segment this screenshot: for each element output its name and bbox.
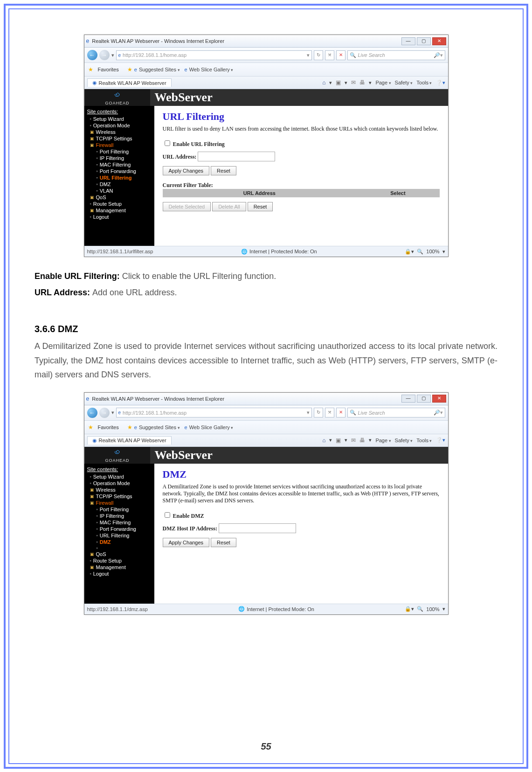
favorites-star-icon[interactable]: ★ (88, 66, 93, 73)
forward-button[interactable]: → (99, 50, 110, 60)
status-zoom[interactable]: 🔒▾ 🔍 100% ▾ (405, 606, 445, 612)
apply-changes-button[interactable]: Apply Changes (163, 538, 210, 547)
help-icon[interactable]: ❔▾ (436, 437, 445, 443)
minimize-button[interactable]: — (401, 37, 415, 45)
sidebar-item-logout[interactable]: ▫Logout (90, 214, 152, 220)
sidebar-item-url-filtering[interactable]: ▫URL Filtering (90, 532, 152, 539)
refresh-button[interactable]: ↻ (314, 50, 323, 60)
sidebar-item-qos[interactable]: ▣QoS (90, 551, 152, 557)
web-slice-link[interactable]: Web Slice Gallery (189, 67, 234, 72)
home-icon[interactable]: ⌂ (322, 79, 325, 86)
address-bar[interactable]: e http://192.168.1.1/home.asp ▾ (116, 50, 312, 60)
sidebar-item-operation-mode[interactable]: ▫Operation Mode (90, 122, 152, 129)
sidebar-item-setup-wizard[interactable]: ▫Setup Wizard (90, 473, 152, 480)
sidebar-item-vlan[interactable]: ▫ (90, 545, 152, 551)
address-bar[interactable]: e http://192.168.1.1/home.asp ▾ (116, 408, 312, 417)
page-menu[interactable]: Page (375, 80, 391, 85)
sidebar-item-tcpip[interactable]: ▣TCP/IP Settings (90, 135, 152, 142)
print-icon[interactable]: 🖶 (359, 437, 365, 444)
help-icon[interactable]: ❔▾ (436, 80, 445, 86)
dmz-host-input[interactable] (219, 523, 296, 533)
web-slice-link[interactable]: Web Slice Gallery (189, 424, 234, 430)
mail-icon[interactable]: ✉ (351, 437, 356, 444)
sidebar-item-qos[interactable]: ▣QoS (90, 194, 152, 201)
minimize-button[interactable]: — (401, 395, 415, 403)
browser-tab[interactable]: ◉ Realtek WLAN AP Webserver (87, 436, 172, 445)
feeds-icon[interactable]: ▣ (336, 79, 341, 86)
url-address-input[interactable] (198, 152, 275, 161)
reset-button[interactable]: Reset (211, 166, 236, 175)
sidebar-item-dmz[interactable]: ▫DMZ (90, 539, 152, 545)
zoom-dd-icon[interactable]: ▾ (442, 249, 445, 255)
protected-mode-icon[interactable]: 🔒▾ (405, 249, 414, 255)
compat-button[interactable]: ⤧ (325, 50, 334, 60)
home-dd-icon[interactable]: ▾ (329, 80, 332, 86)
sidebar-item-dmz[interactable]: ▫DMZ (90, 181, 152, 188)
sidebar-item-management[interactable]: ▣Management (90, 207, 152, 214)
tools-menu[interactable]: Tools (416, 438, 432, 443)
history-dropdown-icon[interactable]: ▾ (111, 52, 114, 58)
apply-changes-button[interactable]: Apply Changes (163, 166, 210, 175)
history-dropdown-icon[interactable]: ▾ (111, 410, 114, 416)
maximize-button[interactable]: ▢ (417, 395, 431, 403)
safety-menu[interactable]: Safety (395, 80, 413, 85)
sidebar-item-mac-filtering[interactable]: ▫MAC Filtering (90, 161, 152, 168)
sidebar-item-port-forwarding[interactable]: ▫Port Forwarding (90, 526, 152, 532)
delete-all-button[interactable]: Delete All (212, 202, 246, 211)
sidebar-item-port-filtering[interactable]: ▫Port Filtering (90, 506, 152, 513)
mail-icon[interactable]: ✉ (351, 79, 356, 86)
search-box[interactable]: 🔍 Live Search 🔎▾ (347, 408, 445, 417)
back-button[interactable]: ← (87, 50, 97, 60)
compat-button[interactable]: ⤧ (325, 408, 334, 417)
search-go-icon[interactable]: 🔎▾ (434, 52, 443, 58)
search-go-icon[interactable]: 🔎▾ (434, 410, 443, 416)
zoom-dd-icon[interactable]: ▾ (442, 606, 445, 612)
feeds-dd-icon[interactable]: ▾ (345, 437, 347, 443)
sidebar-item-wireless[interactable]: ▣Wireless (90, 129, 152, 135)
enable-url-filtering-checkbox[interactable] (165, 140, 170, 146)
feeds-icon[interactable]: ▣ (336, 437, 341, 444)
favorites-star-icon[interactable]: ★ (88, 424, 93, 431)
sidebar-item-route-setup[interactable]: ▫Route Setup (90, 201, 152, 207)
sidebar-item-wireless[interactable]: ▣Wireless (90, 487, 152, 493)
suggested-sites-link[interactable]: Suggested Sites (139, 67, 180, 72)
back-button[interactable]: ← (87, 408, 97, 418)
print-dd-icon[interactable]: ▾ (369, 80, 372, 86)
search-box[interactable]: 🔍 Live Search 🔎▾ (347, 50, 445, 60)
suggested-sites-link[interactable]: Suggested Sites (139, 424, 180, 430)
sidebar-item-port-filtering[interactable]: ▫Port Filtering (90, 148, 152, 155)
close-button[interactable]: ✕ (432, 37, 446, 45)
print-dd-icon[interactable]: ▾ (369, 437, 372, 443)
sidebar-item-mac-filtering[interactable]: ▫MAC Filtering (90, 519, 152, 526)
feeds-dd-icon[interactable]: ▾ (345, 80, 347, 86)
zoom-icon[interactable]: 🔍 (417, 606, 423, 612)
home-dd-icon[interactable]: ▾ (329, 437, 332, 443)
status-zoom[interactable]: 🔒▾ 🔍 100% ▾ (405, 249, 445, 255)
forward-button[interactable]: → (99, 408, 110, 418)
refresh-button[interactable]: ↻ (314, 408, 323, 417)
sidebar-item-url-filtering[interactable]: ▫URL Filtering (90, 174, 152, 181)
zoom-icon[interactable]: 🔍 (417, 249, 423, 255)
delete-selected-button[interactable]: Delete Selected (163, 202, 211, 211)
sidebar-item-firewall[interactable]: ▣Firewall (90, 500, 152, 506)
protected-mode-icon[interactable]: 🔒▾ (405, 606, 414, 612)
sidebar-item-management[interactable]: ▣Management (90, 564, 152, 570)
sidebar-item-vlan[interactable]: ▫VLAN (90, 188, 152, 194)
sidebar-item-route-setup[interactable]: ▫Route Setup (90, 557, 152, 564)
sidebar-item-port-forwarding[interactable]: ▫Port Forwarding (90, 168, 152, 174)
sidebar-item-setup-wizard[interactable]: ▫Setup Wizard (90, 116, 152, 122)
sidebar-item-tcpip[interactable]: ▣TCP/IP Settings (90, 493, 152, 500)
close-button[interactable]: ✕ (432, 395, 446, 403)
stop-button[interactable]: ✕ (336, 408, 345, 417)
stop-button[interactable]: ✕ (336, 50, 345, 60)
address-dropdown-icon[interactable]: ▾ (307, 52, 310, 58)
maximize-button[interactable]: ▢ (417, 37, 431, 45)
reset-table-button[interactable]: Reset (248, 202, 273, 211)
page-menu[interactable]: Page (375, 438, 391, 443)
reset-button[interactable]: Reset (211, 538, 236, 547)
sidebar-item-ip-filtering[interactable]: ▫IP Filtering (90, 155, 152, 161)
sidebar-item-firewall[interactable]: ▣Firewall (90, 142, 152, 148)
safety-menu[interactable]: Safety (395, 438, 413, 443)
print-icon[interactable]: 🖶 (359, 79, 365, 86)
sidebar-item-ip-filtering[interactable]: ▫IP Filtering (90, 513, 152, 519)
